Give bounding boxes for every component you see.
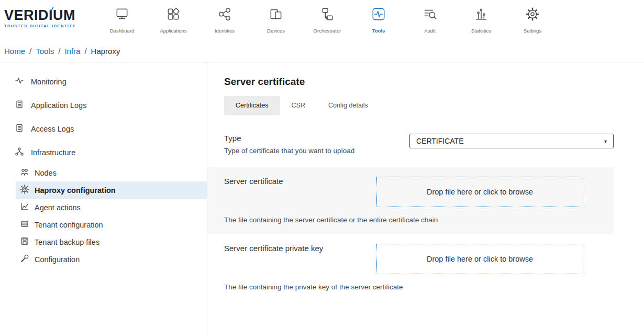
sidebar-item-label: Agent actions: [35, 203, 81, 212]
breadcrumb-separator: /: [84, 47, 86, 56]
type-field-row: Type Type of certificate that you want t…: [224, 134, 614, 155]
tools-icon: [371, 6, 386, 24]
document-icon: [15, 100, 24, 111]
nav-tools[interactable]: Tools: [353, 5, 404, 34]
sidebar-item-label: Infrastructure: [31, 148, 75, 157]
private-key-row: Server certificate private key Drop file…: [207, 234, 614, 301]
monitoring-pulse-icon: [15, 76, 24, 87]
tab-bar: Certificates CSR Config details: [224, 96, 614, 115]
sidebar-item-configuration[interactable]: Configuration: [16, 251, 207, 268]
logo-check-icon: ✓: [49, 5, 55, 13]
nodes-people-icon: [20, 167, 29, 178]
sidebar-item-tenant-configuration[interactable]: Tenant configuration: [16, 216, 207, 233]
nav-label: Orchestrator: [314, 28, 341, 34]
type-label: Type: [224, 134, 354, 143]
content-area: Monitoring Application Logs Access Logs …: [0, 62, 644, 335]
statistics-icon: [473, 6, 489, 24]
private-key-dropzone[interactable]: Drop file here or click to browse: [376, 244, 583, 274]
sidebar-item-label: Haproxy configuration: [35, 186, 116, 194]
sidebar-item-label: Nodes: [35, 169, 57, 177]
sidebar-item-haproxy-configuration[interactable]: Haproxy configuration: [16, 181, 207, 199]
settings-gear-icon: [525, 6, 540, 24]
nav-label: Identities: [215, 28, 235, 34]
breadcrumb-infra[interactable]: Infra: [64, 47, 80, 56]
sidebar-item-tenant-backup-files[interactable]: Tenant backup files: [16, 233, 207, 251]
nav-label: Audit: [424, 28, 436, 34]
top-navigation: VERIDIUM ✓ TRUSTED DIGITAL IDENTITY Dash…: [0, 0, 644, 40]
type-help-text: Type of certificate that you want to upl…: [224, 147, 354, 155]
veridium-logo[interactable]: VERIDIUM ✓ TRUSTED DIGITAL IDENTITY: [3, 5, 96, 28]
nav-label: Dashboard: [110, 28, 134, 34]
sidebar-item-label: Access Logs: [31, 125, 74, 133]
breadcrumb: Home / Tools / Infra / Haproxy: [0, 40, 644, 62]
nav-label: Applications: [160, 28, 186, 34]
server-certificate-label: Server certificate: [224, 177, 283, 186]
sidebar-item-label: Application Logs: [31, 101, 86, 110]
sidebar-item-infrastructure[interactable]: Infrastructure: [0, 141, 207, 164]
applications-icon: [165, 6, 181, 24]
infrastructure-network-icon: [15, 147, 24, 158]
nav-identities[interactable]: Identities: [199, 5, 250, 34]
sidebar-item-label: Tenant backup files: [35, 238, 99, 246]
certificate-type-select[interactable]: CERTIFICATE ▾: [409, 134, 614, 148]
identities-icon: [217, 6, 232, 24]
nav-settings[interactable]: Settings: [507, 5, 558, 34]
tab-certificates[interactable]: Certificates: [224, 96, 280, 115]
nav-dashboard[interactable]: Dashboard: [96, 5, 148, 34]
nav-applications[interactable]: Applications: [148, 5, 199, 34]
sidebar-item-label: Configuration: [35, 255, 80, 264]
line-chart-icon: [20, 202, 29, 213]
nav-label: Settings: [524, 28, 541, 34]
sidebar-item-access-logs[interactable]: Access Logs: [0, 117, 207, 141]
breadcrumb-separator: /: [58, 47, 60, 56]
sidebar-item-label: Monitoring: [31, 78, 66, 86]
orchestrator-icon: [319, 6, 335, 24]
breadcrumb-current: Haproxy: [91, 47, 120, 56]
audit-icon: [422, 6, 438, 24]
sidebar: Monitoring Application Logs Access Logs …: [0, 62, 207, 335]
nav-label: Statistics: [471, 28, 491, 34]
tab-config-details[interactable]: Config details: [317, 96, 380, 115]
nav-devices[interactable]: Devices: [250, 5, 302, 34]
nav-label: Devices: [267, 28, 285, 34]
chevron-down-icon: ▾: [604, 138, 607, 144]
sidebar-item-nodes[interactable]: Nodes: [16, 164, 207, 181]
nav-audit[interactable]: Audit: [404, 5, 456, 34]
main-panel: Server certificate Certificates CSR Conf…: [207, 62, 644, 335]
devices-icon: [268, 6, 284, 24]
server-certificate-row: Server certificate Drop file here or cli…: [207, 167, 614, 234]
nav-orchestrator[interactable]: Orchestrator: [302, 5, 353, 34]
tab-csr[interactable]: CSR: [280, 96, 317, 115]
private-key-label: Server certificate private key: [224, 244, 323, 253]
sidebar-item-agent-actions[interactable]: Agent actions: [16, 199, 207, 216]
breadcrumb-tools[interactable]: Tools: [36, 47, 54, 56]
sidebar-item-label: Tenant configuration: [35, 221, 103, 229]
private-key-help: The file containing the private key of t…: [224, 283, 583, 291]
sidebar-item-monitoring[interactable]: Monitoring: [0, 70, 207, 93]
type-field-text: Type Type of certificate that you want t…: [224, 134, 354, 155]
dashboard-icon: [114, 6, 130, 24]
breadcrumb-home[interactable]: Home: [4, 47, 25, 56]
save-disk-icon: [20, 236, 29, 247]
sidebar-item-application-logs[interactable]: Application Logs: [0, 93, 207, 117]
nav-statistics[interactable]: Statistics: [456, 5, 507, 34]
server-certificate-dropzone[interactable]: Drop file here or click to browse: [376, 177, 583, 207]
select-value: CERTIFICATE: [416, 137, 464, 145]
server-stack-icon: [20, 219, 29, 230]
logo-tagline: TRUSTED DIGITAL IDENTITY: [4, 24, 96, 28]
breadcrumb-separator: /: [29, 47, 31, 56]
wrench-icon: [20, 254, 29, 265]
server-certificate-help: The file containing the server certifica…: [224, 216, 583, 224]
page-title: Server certificate: [224, 76, 614, 88]
document-icon: [15, 123, 24, 134]
nav-label: Tools: [372, 28, 385, 34]
gear-icon: [20, 185, 29, 196]
